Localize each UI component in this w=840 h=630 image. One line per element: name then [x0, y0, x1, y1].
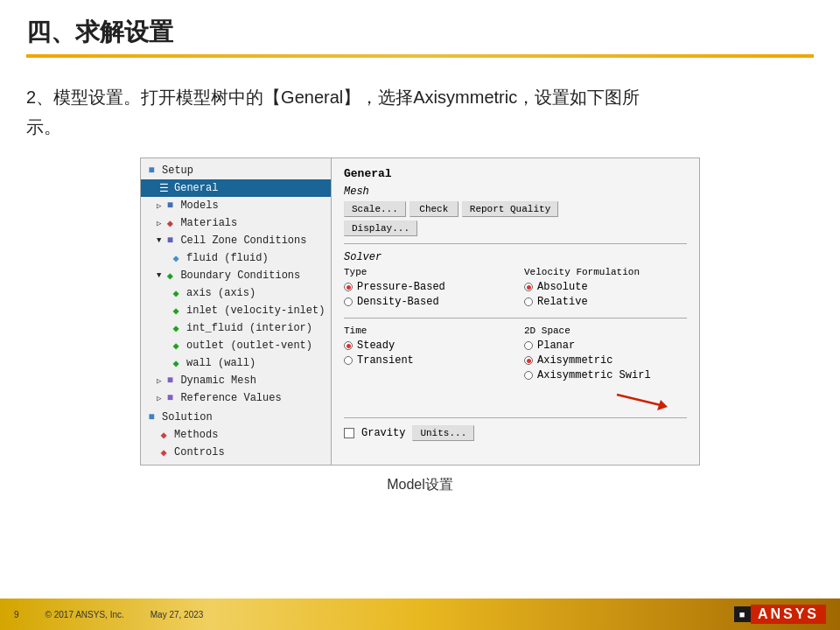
svg-line-0	[617, 395, 661, 405]
ansys-name: ANSYS	[751, 605, 826, 624]
gravity-checkbox[interactable]	[344, 428, 354, 438]
tree-solution[interactable]: ■ Solution	[141, 409, 331, 426]
tree-general[interactable]: ☰ General	[141, 179, 331, 197]
materials-arrow: ▷	[157, 219, 161, 228]
intfluid-icon: ◆	[169, 321, 183, 335]
type-radios: Pressure-Based Density-Based	[344, 281, 507, 308]
fluid-icon: ◆	[169, 251, 183, 265]
tree-outlet-label: outlet (outlet-vent)	[186, 340, 312, 352]
absolute-label: Absolute	[537, 281, 588, 293]
tree-materials[interactable]: ▷ ◆ Materials	[141, 214, 331, 232]
scale-button[interactable]: Scale...	[344, 201, 406, 217]
boundary-icon: ◆	[163, 269, 177, 283]
tree-refvalues[interactable]: ▷ ■ Reference Values	[141, 389, 331, 407]
transient-label: Transient	[357, 354, 414, 367]
tree-inlet[interactable]: ◆ inlet (velocity-inlet)	[141, 302, 331, 319]
tree-controls[interactable]: ◆ Controls	[141, 444, 331, 461]
absolute-radio-circle	[524, 283, 533, 291]
tree-wall[interactable]: ◆ wall (wall)	[141, 354, 331, 372]
velocity-col: Velocity Formulation Absolute Relative	[524, 267, 687, 311]
units-button[interactable]: Units...	[412, 425, 474, 441]
swirl-radio-circle	[524, 371, 533, 380]
time-col: Time Steady Transient	[344, 326, 507, 384]
tree-cellzone[interactable]: ▼ ■ Cell Zone Conditions	[141, 232, 331, 249]
tree-setup[interactable]: ■ Setup	[141, 162, 331, 179]
tree-intfluid-label: int_fluid (interior)	[186, 322, 312, 334]
steady-radio[interactable]: Steady	[344, 340, 507, 352]
transient-radio-circle	[344, 356, 353, 365]
footer-content: 9 © 2017 ANSYS, Inc. May 27, 2023 ■ ANSY…	[0, 598, 840, 630]
tree-methods-label: Methods	[174, 429, 218, 441]
tree-models-label: Models	[180, 200, 218, 212]
axisymmetric-label: Axisymmetric	[537, 354, 612, 367]
tree-fluid[interactable]: ◆ fluid (fluid)	[141, 249, 331, 267]
steady-label: Steady	[357, 340, 395, 352]
absolute-radio[interactable]: Absolute	[524, 281, 687, 293]
refvalues-icon: ■	[163, 391, 177, 405]
gravity-divider	[344, 417, 687, 418]
tree-boundary-label: Boundary Conditions	[180, 270, 300, 282]
type-col: Type Pressure-Based Density-Based	[344, 267, 507, 311]
gravity-row: Gravity Units...	[344, 425, 687, 441]
tree-dynmesh[interactable]: ▷ ■ Dynamic Mesh	[141, 372, 331, 389]
boundary-arrow: ▼	[157, 271, 161, 280]
space-col: 2D Space Planar Axisymmetric	[524, 326, 687, 384]
transient-radio[interactable]: Transient	[344, 354, 507, 367]
axisymmetric-swirl-radio[interactable]: Axisymmetric Swirl	[524, 369, 687, 382]
description-text: 2、模型设置。打开模型树中的【General】，选择Axisymmetric，设…	[26, 82, 814, 142]
axisymmetric-radio[interactable]: Axisymmetric	[524, 354, 687, 367]
footer-page: 9	[14, 610, 19, 620]
mesh-label: Mesh	[344, 186, 687, 198]
tree-intfluid[interactable]: ◆ int_fluid (interior)	[141, 319, 331, 337]
arrow-area	[344, 384, 687, 410]
arrow-svg	[608, 386, 678, 410]
tree-fluid-label: fluid (fluid)	[186, 252, 269, 264]
ansys-brand: ■	[734, 606, 751, 622]
type-label: Type	[344, 267, 507, 277]
page-title: 四、求解设置	[26, 16, 814, 49]
tree-wall-label: wall (wall)	[186, 357, 256, 369]
fluent-window: ■ Setup ☰ General ▷ ■ Models ▷ ◆	[140, 158, 700, 466]
pressure-based-radio[interactable]: Pressure-Based	[344, 281, 507, 293]
density-based-radio[interactable]: Density-Based	[344, 296, 507, 308]
tree-axis-label: axis (axis)	[186, 287, 256, 299]
solver-divider	[344, 243, 687, 244]
tree-solution-label: Solution	[162, 411, 213, 424]
models-arrow: ▷	[157, 201, 161, 211]
display-button[interactable]: Display...	[344, 220, 417, 236]
time-label: Time	[344, 326, 507, 336]
space-label: 2D Space	[524, 326, 687, 336]
controls-icon: ◆	[157, 445, 171, 459]
tree-inlet-label: inlet (velocity-inlet)	[186, 304, 325, 317]
ansys-logo: ■ ANSYS	[734, 605, 826, 624]
planar-radio-circle	[524, 341, 533, 350]
planar-label: Planar	[537, 340, 575, 352]
check-button[interactable]: Check	[410, 201, 458, 217]
density-based-label: Density-Based	[357, 296, 439, 308]
footer-copyright: © 2017 ANSYS, Inc.	[46, 610, 124, 620]
planar-radio[interactable]: Planar	[524, 340, 687, 352]
tree-refvalues-label: Reference Values	[180, 392, 281, 404]
time-radios: Steady Transient	[344, 340, 507, 367]
solver-columns: Type Pressure-Based Density-Based	[344, 267, 687, 311]
refvalues-arrow: ▷	[157, 394, 161, 403]
tree-axis[interactable]: ◆ axis (axis)	[141, 284, 331, 302]
dynmesh-icon: ■	[163, 374, 177, 388]
tree-outlet[interactable]: ◆ outlet (outlet-vent)	[141, 337, 331, 354]
tree-dynmesh-label: Dynamic Mesh	[180, 374, 256, 387]
relative-radio[interactable]: Relative	[524, 296, 687, 308]
tree-boundary[interactable]: ▼ ◆ Boundary Conditions	[141, 267, 331, 284]
space-radios: Planar Axisymmetric Axisymmetric Swirl	[524, 340, 687, 382]
swirl-label: Axisymmetric Swirl	[537, 369, 651, 382]
gravity-label: Gravity	[361, 427, 405, 439]
tree-models[interactable]: ▷ ■ Models	[141, 197, 331, 214]
materials-icon: ◆	[163, 216, 177, 230]
pressure-based-label: Pressure-Based	[357, 281, 445, 293]
tree-materials-label: Materials	[180, 217, 237, 229]
tree-controls-label: Controls	[174, 446, 225, 458]
tree-methods[interactable]: ◆ Methods	[141, 426, 331, 444]
axis-icon: ◆	[169, 286, 183, 300]
report-quality-button[interactable]: Report Quality	[462, 201, 558, 217]
cellzone-arrow: ▼	[157, 236, 161, 245]
velocity-radios: Absolute Relative	[524, 281, 687, 308]
